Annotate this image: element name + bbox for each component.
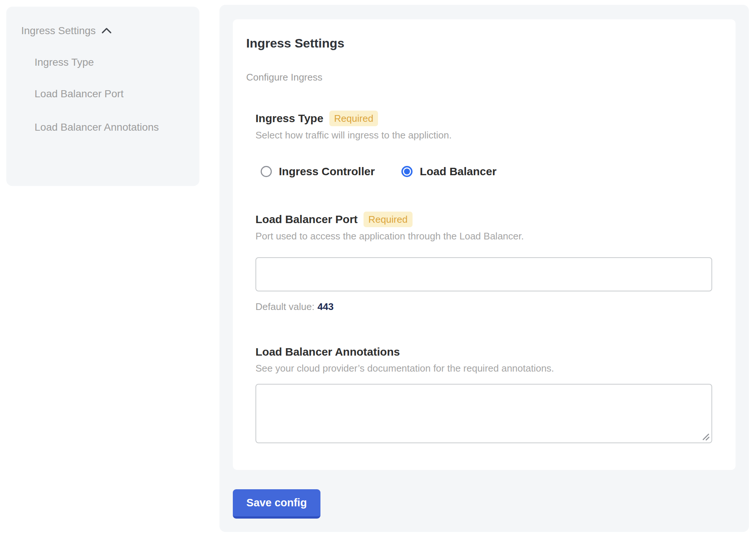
ingress-type-description: Select how traffic will ingress to the a… [255,128,722,142]
sidebar-item-ingress-type[interactable]: Ingress Type [35,55,176,69]
section-load-balancer-port: Load Balancer Port Required Port used to… [255,212,722,313]
chevron-up-icon [101,27,112,35]
settings-nav-sidebar: Ingress Settings Ingress Type Load Balan… [6,7,199,186]
required-badge: Required [329,111,378,126]
sidebar-item-load-balancer-port[interactable]: Load Balancer Port [35,87,176,101]
save-config-button[interactable]: Save config [233,489,320,519]
lb-annotations-description: See your cloud provider’s documentation … [255,362,722,375]
ingress-settings-card: Ingress Settings Configure Ingress Ingre… [233,19,736,470]
radio-icon[interactable] [401,166,413,177]
ingress-type-radio-group: Ingress Controller Load Balancer [255,164,722,179]
lb-annotations-label: Load Balancer Annotations [255,344,400,359]
sidebar-group-ingress-settings[interactable]: Ingress Settings [21,24,199,38]
lb-port-description: Port used to access the application thro… [255,229,722,243]
required-badge: Required [364,212,413,227]
sidebar-group-label: Ingress Settings [21,24,96,38]
default-value-label: Default value: [255,301,315,312]
radio-icon[interactable] [261,166,272,177]
default-value: 443 [317,301,333,312]
ingress-type-label: Ingress Type [255,111,323,126]
radio-option-ingress-controller[interactable]: Ingress Controller [261,164,375,179]
load-balancer-annotations-textarea[interactable] [255,384,712,443]
page-subtitle: Configure Ingress [246,71,722,84]
sidebar-item-load-balancer-annotations[interactable]: Load Balancer Annotations [35,116,176,138]
page-title: Ingress Settings [246,36,722,50]
radio-label[interactable]: Load Balancer [420,164,496,179]
section-load-balancer-annotations: Load Balancer Annotations See your cloud… [255,344,722,443]
main-settings-panel: Ingress Settings Configure Ingress Ingre… [219,5,749,532]
textarea-resize-handle-icon[interactable] [702,433,710,441]
lb-port-label: Load Balancer Port [255,212,358,227]
radio-label[interactable]: Ingress Controller [279,164,375,179]
load-balancer-port-input[interactable] [255,257,712,291]
section-ingress-type: Ingress Type Required Select how traffic… [255,111,722,179]
radio-option-load-balancer[interactable]: Load Balancer [401,164,496,179]
default-value-row: Default value:443 [255,300,722,313]
